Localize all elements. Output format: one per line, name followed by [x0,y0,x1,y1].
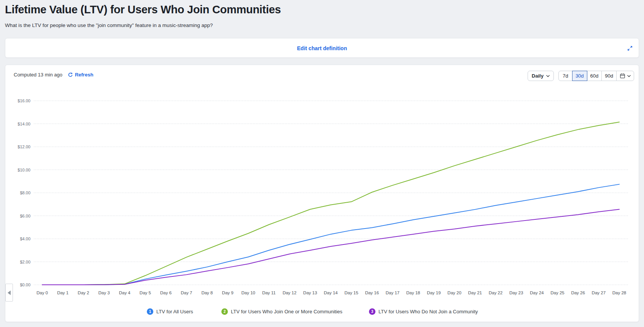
x-axis-tick-label: Day 23 [509,290,523,295]
x-axis-tick-label: Day 5 [140,290,151,295]
x-axis-tick-label: Day 25 [550,290,564,295]
computed-status-row: Computed 13 min ago Refresh [14,72,93,78]
series-line-2[interactable] [42,122,619,285]
legend-badge-1: 1 [147,308,153,315]
page-title: Lifetime Value (LTV) for Users Who Join … [5,3,281,16]
y-axis-tick-label: $6.00 [20,214,30,218]
legend-label: LTV for Users Who Join One or More Commu… [231,309,342,314]
x-axis-tick-label: Day 0 [37,290,48,295]
triangle-left-icon [8,290,11,295]
x-axis-tick-label: Day 11 [262,290,276,295]
refresh-icon [68,72,73,78]
refresh-label: Refresh [75,72,93,78]
x-axis-tick-label: Day 24 [530,290,544,295]
legend-badge-3: 3 [369,308,375,315]
x-axis-tick-label: Day 27 [592,290,606,295]
y-axis-tick-label: $14.00 [17,122,30,126]
series-line-3[interactable] [42,210,619,285]
date-range-segmented-control: 7d 30d 60d 90d [558,71,634,81]
legend-badge-2: 2 [221,308,228,315]
chart-controls: Daily 7d 30d 60d 90d [528,71,634,81]
chart-definition-bar: Edit chart definition [5,38,639,58]
x-axis-tick-label: Day 9 [222,290,234,295]
x-axis-tick-label: Day 16 [365,290,379,295]
range-button-90d[interactable]: 90d [601,71,617,81]
x-axis-tick-label: Day 1 [57,290,68,295]
x-axis-tick-label: Day 3 [99,290,110,295]
refresh-button[interactable]: Refresh [68,72,93,78]
chart-card: Computed 13 min ago Refresh Daily 7d 30d… [5,65,639,322]
chevron-down-icon [546,75,550,77]
calendar-icon [620,73,625,79]
x-axis-tick-label: Day 12 [283,290,296,295]
x-axis-tick-label: Day 20 [447,290,461,295]
legend-item-all-users[interactable]: 1 LTV for All Users [147,308,193,315]
y-axis-tick-label: $12.00 [17,144,30,149]
x-axis-tick-label: Day 18 [406,290,420,295]
granularity-label: Daily [532,73,544,79]
ltv-line-chart: $0.00$2.00$4.00$6.00$8.00$10.00$12.00$14… [5,88,639,308]
y-axis-tick-label: $4.00 [20,237,30,241]
collapse-panel-handle[interactable] [5,284,13,302]
granularity-dropdown[interactable]: Daily [528,71,554,81]
computed-timestamp: Computed 13 min ago [14,72,62,78]
x-axis-tick-label: Day 2 [78,290,89,295]
x-axis-tick-label: Day 13 [303,290,317,295]
x-axis-tick-label: Day 7 [181,290,192,295]
x-axis-tick-label: Day 8 [201,290,213,295]
x-axis-tick-label: Day 14 [324,290,338,295]
x-axis-tick-label: Day 17 [386,290,399,295]
expand-chart-button[interactable] [627,45,633,52]
range-button-7d[interactable]: 7d [558,71,572,81]
range-button-30d[interactable]: 30d [572,71,587,81]
x-axis-tick-label: Day 19 [427,290,440,295]
x-axis-tick-label: Day 15 [344,290,358,295]
x-axis-tick-label: Day 26 [571,290,585,295]
range-button-60d[interactable]: 60d [587,71,602,81]
legend-label: LTV for All Users [156,309,193,314]
y-axis-tick-label: $16.00 [17,98,30,103]
y-axis-tick-label: $2.00 [20,260,30,264]
y-axis-tick-label: $0.00 [20,283,30,287]
expand-diagonal-arrows-icon [627,45,633,51]
y-axis-tick-label: $10.00 [17,168,30,172]
legend-label: LTV for Users Who Do Not Join a Communit… [378,309,478,314]
legend-item-no-community[interactable]: 3 LTV for Users Who Do Not Join a Commun… [369,308,478,315]
page-subtitle: What is the LTV for people who use the "… [5,22,213,28]
legend-item-join-communities[interactable]: 2 LTV for Users Who Join One or More Com… [221,308,342,315]
x-axis-tick-label: Day 10 [242,290,255,295]
y-axis-tick-label: $8.00 [20,190,30,195]
chevron-down-icon [627,75,631,77]
edit-chart-definition-link[interactable]: Edit chart definition [5,38,639,58]
chart-legend: 1 LTV for All Users 2 LTV for Users Who … [5,308,639,320]
custom-date-range-button[interactable] [616,71,634,81]
series-line-1[interactable] [42,184,619,285]
x-axis-tick-label: Day 22 [489,290,502,295]
x-axis-tick-label: Day 28 [612,290,626,295]
x-axis-tick-label: Day 21 [468,290,482,295]
x-axis-tick-label: Day 4 [119,290,131,295]
x-axis-tick-label: Day 6 [160,290,172,295]
